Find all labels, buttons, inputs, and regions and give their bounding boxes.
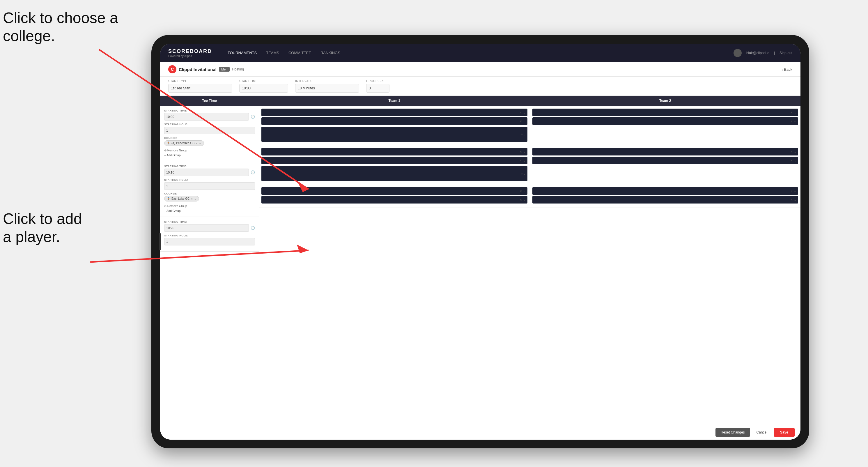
player-slot-t1g2-1[interactable]: × ⌄ [261, 148, 527, 155]
player-slot-t1g3-2[interactable]: × ⌄ [261, 196, 527, 204]
team-1-column: × ⌄ × ⌄ [259, 106, 530, 425]
group-size-label: Group Size [366, 80, 390, 83]
course-badge-1[interactable]: 🏌 (A) Peachtree GC × ⌄ [164, 140, 204, 146]
starting-time-input-2[interactable] [164, 168, 249, 176]
starting-hole-select-3[interactable]: 1 [164, 238, 255, 245]
team1-group2: × ⌄ × ⌄ [259, 145, 530, 184]
nav-avatar [734, 49, 742, 57]
start-type-label: Start Type [168, 80, 232, 83]
course-badge-2[interactable]: 🏌 East Lake GC × ⌄ [164, 196, 199, 201]
course-badge-edit-1[interactable]: ⌄ [199, 141, 202, 145]
group-2-actions: ⊖ Remove Group + Add Group [164, 204, 255, 213]
player-slot-t1g2-2[interactable]: × ⌄ [261, 157, 527, 164]
starting-hole-label-2: STARTING HOLE: [164, 179, 255, 181]
add-group-btn-1[interactable]: + Add Group [164, 153, 255, 157]
group-3-sidebar: STARTING TIME: 🕐 STARTING HOLE: 1 [160, 217, 259, 251]
event-title: C Clippd Invitational Men Hosting [168, 65, 244, 73]
start-time-group: Start Time [239, 80, 288, 93]
slot-x-icon[interactable]: × [520, 111, 522, 114]
group-2-sidebar: STARTING TIME: 🕐 STARTING HOLE: 1 [160, 161, 259, 217]
course-badge-remove-1[interactable]: × [196, 142, 197, 145]
slot-edit-icon-2[interactable]: ⌄ [523, 119, 526, 123]
cancel-button[interactable]: Cancel [754, 428, 770, 437]
team2-group2: × ⌄ × ⌄ [530, 145, 801, 184]
intervals-select[interactable]: 10 Minutes [295, 84, 359, 93]
player-slot-t1g1-2[interactable]: × ⌄ [261, 117, 527, 125]
team-2-column: × ⌄ × ⌄ [530, 106, 801, 425]
player-slot-t2g3-2[interactable]: × ⌄ [532, 196, 799, 204]
course-slot-t1g1[interactable]: × ⌄ [261, 127, 527, 142]
annotation-add-player: Click to add a player. [3, 210, 82, 246]
add-group-btn-2[interactable]: + Add Group [164, 209, 255, 213]
sub-header: C Clippd Invitational Men Hosting ‹ Back [160, 62, 801, 76]
nav-link-rankings[interactable]: RANKINGS [316, 49, 344, 57]
player-slot-t2g2-2[interactable]: × ⌄ [532, 157, 799, 164]
course-badge-icon-1: 🏌 [167, 142, 170, 145]
group-row-1: STARTING TIME: 🕐 STARTING HOLE: 1 [160, 106, 259, 161]
player-slot-t2g2-1[interactable]: × ⌄ [532, 148, 799, 155]
starting-time-row-1: 🕐 [164, 113, 255, 121]
clock-icon-2: 🕐 [251, 170, 255, 175]
player-slot-t2g3-1[interactable]: × ⌄ [532, 187, 799, 195]
course-badge-name-1: (A) Peachtree GC [172, 142, 194, 145]
remove-group-btn-1[interactable]: ⊖ Remove Group [164, 148, 255, 153]
tablet-frame: SCOREBOARD Powered by clippd TOURNAMENTS… [151, 35, 809, 448]
starting-time-input-3[interactable] [164, 224, 249, 232]
course-slot-t2g2 [532, 166, 799, 181]
table-header: Tee Time Team 1 Team 2 [160, 96, 801, 106]
start-type-group: Start Type 1st Tee Start [168, 80, 232, 93]
starting-hole-select-2[interactable]: 1 [164, 182, 255, 190]
course-row-1: 🏌 (A) Peachtree GC × ⌄ [164, 140, 255, 146]
group-size-select[interactable]: 3 [366, 84, 390, 93]
nav-link-teams[interactable]: TEAMS [262, 49, 283, 57]
nav-user-email: blair@clippd.io [746, 51, 769, 55]
team2-course-section-1 [532, 127, 799, 142]
reset-changes-button[interactable]: Reset Changes [715, 428, 750, 437]
course-label-1: COURSE: [164, 136, 255, 139]
starting-hole-label-3: STARTING HOLE: [164, 234, 255, 237]
player-slot-t1g1-1[interactable]: × ⌄ [261, 108, 527, 116]
save-button[interactable]: Save [774, 428, 795, 437]
th-team1: Team 1 [259, 96, 530, 106]
course-edit-icon[interactable]: ⌄ [523, 132, 526, 136]
team-columns: × ⌄ × ⌄ [259, 106, 801, 425]
tablet-side-button [159, 233, 161, 250]
player-slot-t2g1-2[interactable]: × ⌄ [532, 117, 799, 125]
th-team2: Team 2 [530, 96, 801, 106]
starting-time-row-2: 🕐 [164, 168, 255, 176]
back-button[interactable]: ‹ Back [781, 67, 792, 72]
starting-hole-row-1: 1 [164, 127, 255, 134]
slot-edit-icon[interactable]: ⌄ [523, 111, 526, 115]
th-tee-time: Tee Time [160, 96, 259, 106]
remove-group-btn-2[interactable]: ⊖ Remove Group [164, 204, 255, 208]
slot-x-icon-2[interactable]: × [520, 119, 522, 123]
course-slot-t1g2[interactable]: × ⌄ [261, 166, 527, 181]
intervals-group: Intervals 10 Minutes [295, 80, 359, 93]
starting-time-input-1[interactable] [164, 113, 249, 121]
starting-hole-select-1[interactable]: 1 [164, 127, 255, 134]
nav-links: TOURNAMENTS TEAMS COMMITTEE RANKINGS [223, 49, 734, 57]
controls-bar: Start Type 1st Tee Start Start Time Inte… [160, 76, 801, 96]
player-slot-t2g1-1[interactable]: × ⌄ [532, 108, 799, 116]
team1-course-section-1: × ⌄ [261, 127, 527, 142]
clock-icon-1: 🕐 [251, 115, 255, 119]
clock-icon-3: 🕐 [251, 226, 255, 230]
start-time-input[interactable] [239, 84, 288, 93]
nav-link-tournaments[interactable]: TOURNAMENTS [223, 49, 261, 57]
start-type-select[interactable]: 1st Tee Start [168, 84, 232, 93]
course-badge-edit-2[interactable]: ⌄ [194, 197, 196, 200]
event-logo: C [168, 65, 176, 73]
team2-group3: × ⌄ × ⌄ [530, 184, 801, 208]
brand-title: SCOREBOARD [168, 48, 212, 55]
player-slot-t1g3-1[interactable]: × ⌄ [261, 187, 527, 195]
course-badge-remove-2[interactable]: × [191, 197, 192, 200]
nav-right: blair@clippd.io | Sign out [734, 49, 792, 57]
brand: SCOREBOARD Powered by clippd [168, 48, 212, 58]
nav-link-committee[interactable]: COMMITTEE [284, 49, 315, 57]
intervals-label: Intervals [295, 80, 359, 83]
sign-out-link[interactable]: Sign out [779, 51, 792, 55]
bottom-bar: Reset Changes Cancel Save [160, 425, 801, 440]
starting-time-label-3: STARTING TIME: [164, 220, 255, 223]
group-1-sidebar: STARTING TIME: 🕐 STARTING HOLE: 1 [160, 106, 259, 161]
course-badge-name-2: East Lake GC [172, 197, 189, 200]
